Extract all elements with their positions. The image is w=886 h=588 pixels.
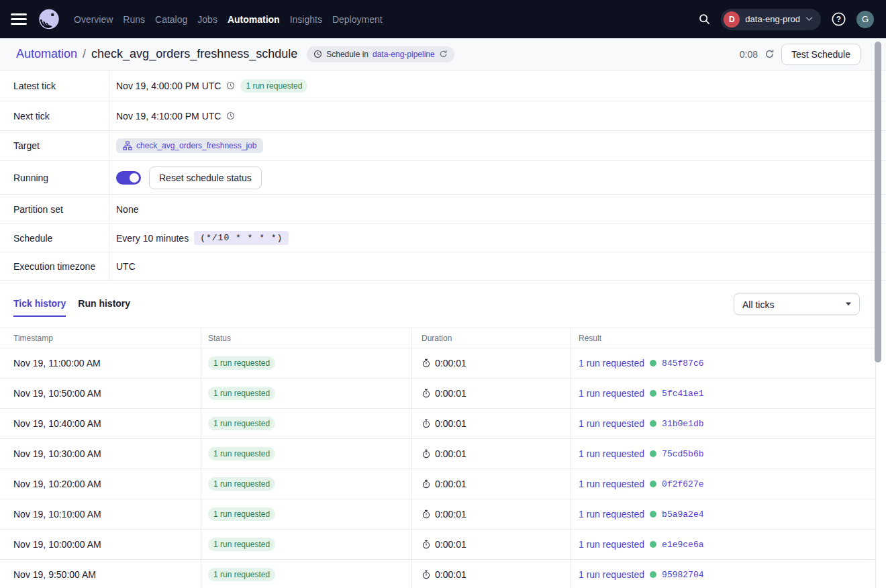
clock-icon bbox=[226, 111, 235, 120]
stopwatch-icon bbox=[422, 570, 431, 579]
column-header-result: Result bbox=[571, 328, 876, 348]
run-requested-link[interactable]: 1 run requested bbox=[579, 539, 644, 550]
column-header-duration: Duration bbox=[412, 328, 571, 348]
table-row: Nov 19, 11:00:00 AM 1 run requested 0:00… bbox=[0, 348, 875, 379]
run-requested-link[interactable]: 1 run requested bbox=[579, 388, 644, 399]
stopwatch-icon bbox=[422, 509, 431, 519]
detail-row-timezone: Execution timezone UTC bbox=[0, 252, 886, 281]
page-header: Automation / check_avg_orders_freshness_… bbox=[0, 38, 886, 70]
running-label: Running bbox=[0, 161, 109, 194]
nav-item-deployment[interactable]: Deployment bbox=[332, 14, 383, 25]
schedule-label: Schedule bbox=[0, 224, 109, 252]
run-id-link[interactable]: b5a9a2e4 bbox=[662, 509, 703, 520]
page-title: check_avg_orders_freshness_schdule bbox=[91, 47, 297, 61]
cron-expression: (*/10 * * * *) bbox=[194, 231, 289, 245]
run-id-link[interactable]: 0f2f627e bbox=[662, 479, 703, 489]
tick-status-badge: 1 run requested bbox=[208, 447, 275, 460]
run-requested-link[interactable]: 1 run requested bbox=[579, 509, 644, 520]
search-icon[interactable] bbox=[695, 10, 713, 28]
schedule-text: Every 10 minutes bbox=[116, 233, 189, 244]
table-row: Nov 19, 10:50:00 AM 1 run requested 0:00… bbox=[0, 379, 875, 409]
tick-duration: 0:00:01 bbox=[435, 448, 466, 459]
stopwatch-icon bbox=[422, 540, 431, 549]
reset-schedule-status-button[interactable]: Reset schedule status bbox=[149, 166, 262, 189]
tick-timestamp: Nov 19, 10:30:00 AM bbox=[0, 439, 201, 469]
run-requested-link[interactable]: 1 run requested bbox=[579, 418, 644, 429]
run-status-dot bbox=[650, 571, 656, 578]
run-requested-link[interactable]: 1 run requested bbox=[579, 448, 644, 459]
refresh-icon[interactable] bbox=[765, 49, 775, 59]
tick-timestamp: Nov 19, 11:00:00 AM bbox=[0, 348, 201, 378]
partition-set-label: Partition set bbox=[0, 195, 109, 224]
breadcrumb-automation-link[interactable]: Automation bbox=[16, 47, 77, 61]
user-avatar[interactable]: G bbox=[856, 11, 874, 28]
table-row: Nov 19, 10:30:00 AM 1 run requested 0:00… bbox=[0, 439, 875, 469]
column-header-status: Status bbox=[201, 328, 412, 348]
tick-status-badge: 1 run requested bbox=[208, 568, 275, 581]
tab-run-history[interactable]: Run history bbox=[78, 291, 130, 317]
vertical-scrollbar[interactable] bbox=[875, 42, 881, 362]
nav-item-automation[interactable]: Automation bbox=[228, 14, 280, 25]
help-icon[interactable]: ? bbox=[828, 9, 849, 30]
run-requested-link[interactable]: 1 run requested bbox=[579, 358, 644, 369]
dagster-logo-icon[interactable] bbox=[36, 7, 62, 32]
deployment-switcher[interactable]: D data-eng-prod bbox=[721, 9, 821, 30]
clock-icon bbox=[313, 50, 322, 58]
stopwatch-icon bbox=[422, 419, 431, 428]
run-id-link[interactable]: 5fc41ae1 bbox=[662, 389, 703, 399]
run-status-dot bbox=[650, 481, 656, 487]
run-status-dot bbox=[650, 541, 656, 548]
chevron-down-icon bbox=[805, 17, 813, 21]
tick-timestamp: Nov 19, 10:40:00 AM bbox=[0, 409, 201, 438]
tick-status-badge: 1 run requested bbox=[208, 538, 275, 551]
run-id-link[interactable]: 845f87c6 bbox=[662, 358, 703, 369]
stopwatch-icon bbox=[422, 449, 431, 458]
code-location-link[interactable]: data-eng-pipeline bbox=[373, 50, 435, 59]
run-status-dot bbox=[650, 390, 656, 397]
run-status-dot bbox=[650, 420, 656, 427]
detail-row-schedule: Schedule Every 10 minutes (*/10 * * * *) bbox=[0, 224, 886, 252]
breadcrumb-separator: / bbox=[83, 47, 86, 61]
run-requested-link[interactable]: 1 run requested bbox=[579, 479, 644, 489]
header-right-cluster: 0:08 Test Schedule bbox=[740, 44, 860, 65]
run-id-link[interactable]: 75cd5b6b bbox=[662, 449, 703, 459]
run-status-dot bbox=[650, 511, 656, 518]
detail-row-latest-tick: Latest tick Nov 19, 4:00:00 PM UTC 1 run… bbox=[0, 70, 886, 101]
tick-duration: 0:00:01 bbox=[435, 358, 466, 369]
nav-item-catalog[interactable]: Catalog bbox=[155, 14, 187, 25]
target-label: Target bbox=[0, 131, 109, 160]
target-job-chip[interactable]: check_avg_orders_freshness_job bbox=[116, 138, 263, 153]
schedule-details: Latest tick Nov 19, 4:00:00 PM UTC 1 run… bbox=[0, 70, 886, 281]
tick-timestamp: Nov 19, 10:50:00 AM bbox=[0, 379, 201, 408]
latest-tick-status-badge: 1 run requested bbox=[240, 79, 307, 93]
target-job-link[interactable]: check_avg_orders_freshness_job bbox=[136, 141, 256, 150]
nav-right-cluster: D data-eng-prod ? G bbox=[695, 9, 874, 30]
refresh-countdown: 0:08 bbox=[740, 49, 758, 60]
history-tabs-section: Tick history Run history All ticks bbox=[0, 281, 886, 328]
run-status-dot bbox=[650, 450, 656, 457]
hamburger-menu-icon[interactable] bbox=[11, 11, 27, 28]
partition-set-value: None bbox=[116, 204, 138, 215]
nav-item-overview[interactable]: Overview bbox=[74, 14, 113, 25]
tick-duration: 0:00:01 bbox=[435, 479, 466, 489]
running-toggle[interactable] bbox=[116, 171, 141, 185]
run-id-link[interactable]: e1e9ce6a bbox=[662, 540, 703, 550]
test-schedule-button[interactable]: Test Schedule bbox=[781, 44, 860, 65]
svg-text:?: ? bbox=[836, 15, 841, 24]
tick-filter-value: All ticks bbox=[742, 299, 774, 309]
nav-item-runs[interactable]: Runs bbox=[123, 14, 145, 25]
nav-item-insights[interactable]: Insights bbox=[290, 14, 322, 25]
sync-icon[interactable] bbox=[439, 50, 448, 58]
tick-status-badge: 1 run requested bbox=[208, 507, 275, 521]
nav-item-jobs[interactable]: Jobs bbox=[197, 14, 217, 25]
run-id-link[interactable]: 31b0e1db bbox=[662, 419, 703, 429]
run-requested-link[interactable]: 1 run requested bbox=[579, 569, 644, 580]
table-row: Nov 19, 10:00:00 AM 1 run requested 0:00… bbox=[0, 530, 875, 560]
tick-status-badge: 1 run requested bbox=[208, 356, 275, 370]
caret-down-icon bbox=[846, 303, 851, 306]
stopwatch-icon bbox=[422, 389, 431, 398]
tick-filter-select[interactable]: All ticks bbox=[734, 293, 860, 315]
detail-row-running: Running Reset schedule status bbox=[0, 161, 886, 195]
tab-tick-history[interactable]: Tick history bbox=[13, 291, 66, 317]
run-id-link[interactable]: 95982704 bbox=[662, 570, 703, 580]
